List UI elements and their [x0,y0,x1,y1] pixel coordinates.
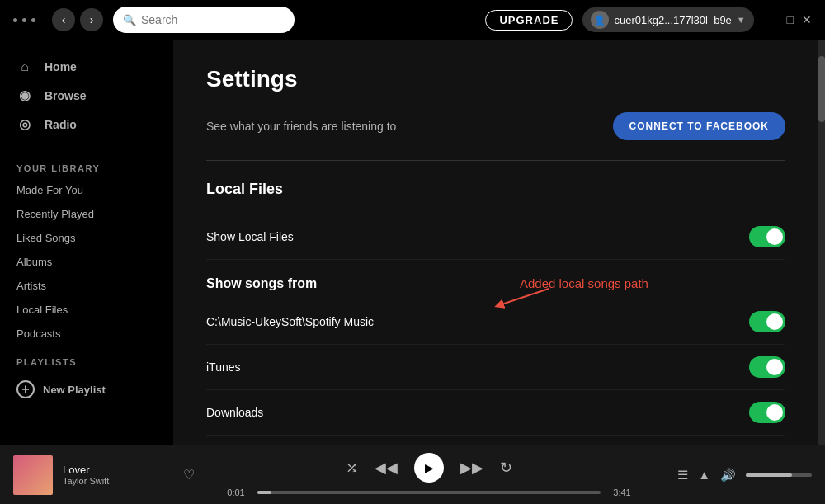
track-artist: Taylor Swift [63,476,173,486]
maximize-button[interactable]: □ [787,13,794,26]
page-title: Settings [206,66,785,92]
sidebar-item-local-files[interactable]: Local Files [0,298,173,322]
svg-line-1 [499,289,549,305]
main-layout: ⌂ Home ◉ Browse ◎ Radio YOUR LIBRARY Mad… [0,40,825,445]
show-local-files-row: Show Local Files [206,214,785,260]
connect-facebook-button[interactable]: CONNECT TO FACEBOOK [613,112,785,140]
search-bar[interactable]: 🔍 [113,7,295,33]
plus-icon: + [16,380,35,398]
sidebar-item-podcasts[interactable]: Podcasts [0,322,173,346]
app-menu[interactable] [13,18,35,22]
play-button[interactable]: ▶ [414,453,444,483]
path-row-4: Music Library [206,436,785,445]
search-input[interactable] [141,13,285,26]
new-playlist-label: New Playlist [43,384,106,396]
home-label: Home [45,60,77,73]
annotation-arrow [491,285,557,309]
progress-bar[interactable] [257,491,601,494]
library-label: YOUR LIBRARY [0,152,173,178]
back-button[interactable]: ‹ [52,8,75,31]
previous-button[interactable]: ◀◀ [375,459,398,477]
browse-label: Browse [45,89,87,102]
sidebar: ⌂ Home ◉ Browse ◎ Radio YOUR LIBRARY Mad… [0,40,173,445]
path-3-toggle[interactable] [749,402,785,423]
like-button[interactable]: ♡ [183,467,195,483]
volume-bar[interactable] [746,473,812,477]
forward-button[interactable]: › [80,8,103,31]
sidebar-item-radio[interactable]: ◎ Radio [0,110,173,139]
control-buttons: ⤮ ◀◀ ▶ ▶▶ ↻ [346,453,512,483]
queue-button[interactable]: ☰ [677,468,688,483]
close-button[interactable]: ✕ [802,13,812,26]
sidebar-nav: ⌂ Home ◉ Browse ◎ Radio [0,40,173,152]
volume-icon: 🔊 [720,468,736,483]
path-2-toggle[interactable] [749,356,785,378]
devices-button[interactable]: ▲ [698,468,710,482]
sidebar-item-artists[interactable]: Artists [0,274,173,298]
now-playing: Lover Taylor Swift ♡ [13,455,195,495]
search-icon: 🔍 [123,14,136,26]
player-controls: ⤮ ◀◀ ▶ ▶▶ ↻ 0:01 3:41 [208,453,650,497]
friend-activity-row: See what your friends are listening to C… [206,112,785,161]
shuffle-button[interactable]: ⤮ [346,459,358,477]
repeat-button[interactable]: ↻ [500,459,512,477]
nav-arrows: ‹ › [52,8,103,31]
volume-fill [746,473,792,477]
total-time: 3:41 [609,488,635,497]
user-icon: 👤 [591,11,609,29]
progress-row: 0:01 3:41 [223,488,635,497]
topbar: ‹ › 🔍 UPGRADE 👤 cuer01kg2...177l30l_b9e … [0,0,825,40]
progress-fill [257,491,271,494]
album-art-image [13,455,53,495]
bottom-player: Lover Taylor Swift ♡ ⤮ ◀◀ ▶ ▶▶ ↻ 0:01 3:… [0,445,825,504]
show-local-files-toggle[interactable] [749,226,785,247]
right-controls: ☰ ▲ 🔊 [663,468,812,483]
sidebar-item-recently-played[interactable]: Recently Played [0,202,173,226]
track-name: Lover [63,464,173,476]
next-button[interactable]: ▶▶ [460,459,483,477]
upgrade-button[interactable]: UPGRADE [485,10,573,31]
scrollbar-track[interactable] [818,40,825,445]
new-playlist-button[interactable]: + New Playlist [0,372,173,407]
path-label-3: Downloads [206,406,263,419]
track-info: Lover Taylor Swift [63,464,173,486]
path-label-1: C:\Music-UkeySoft\Spotify Music [206,315,374,328]
browse-icon: ◉ [16,87,33,103]
album-art [13,455,53,495]
sidebar-item-liked-songs[interactable]: Liked Songs [0,226,173,250]
current-time: 0:01 [223,488,249,497]
minimize-button[interactable]: – [772,13,779,26]
content-area: Settings See what your friends are liste… [173,40,818,445]
sidebar-item-albums[interactable]: Albums [0,250,173,274]
path-row-2: iTunes [206,345,785,390]
sidebar-item-browse[interactable]: ◉ Browse [0,81,173,110]
window-controls: – □ ✕ [772,13,812,26]
path-label-2: iTunes [206,360,241,374]
playlists-label: PLAYLISTS [0,346,173,372]
scrollbar-thumb[interactable] [818,56,825,122]
sidebar-item-made-for-you[interactable]: Made For You [0,178,173,202]
radio-icon: ◎ [16,116,33,132]
user-menu[interactable]: 👤 cuer01kg2...177l30l_b9e ▼ [582,7,753,32]
path-row-3: Downloads [206,390,785,436]
radio-label: Radio [45,118,77,131]
sidebar-item-home[interactable]: ⌂ Home [0,53,173,81]
chevron-down-icon: ▼ [737,15,746,25]
show-local-files-label: Show Local Files [206,230,294,243]
username: cuer01kg2...177l30l_b9e [614,14,731,26]
local-files-heading: Local Files [206,181,785,198]
path-1-toggle[interactable] [749,311,785,332]
friend-activity-text: See what your friends are listening to [206,120,396,133]
home-icon: ⌂ [16,59,33,74]
